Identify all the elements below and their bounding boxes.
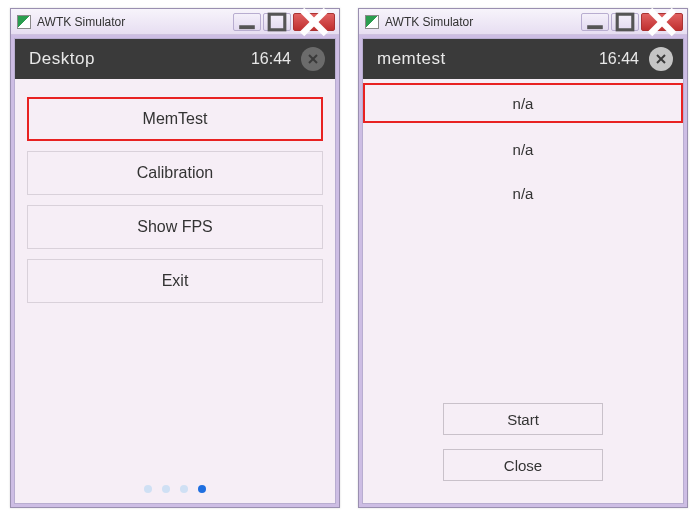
value-label: n/a — [513, 95, 534, 112]
os-close-button[interactable] — [641, 13, 683, 31]
menu-list: MemTest Calibration Show FPS Exit — [15, 79, 335, 303]
button-label: Close — [504, 457, 542, 474]
page-dot[interactable] — [162, 485, 170, 493]
close-button[interactable]: Close — [443, 449, 603, 481]
svg-rect-7 — [617, 14, 633, 30]
start-button[interactable]: Start — [443, 403, 603, 435]
window-controls — [233, 13, 335, 31]
svg-rect-1 — [269, 14, 285, 30]
app-header: memtest 16:44 — [363, 39, 683, 79]
app-close-icon[interactable] — [649, 47, 673, 71]
menu-item-label: MemTest — [143, 110, 208, 128]
minimize-button[interactable] — [581, 13, 609, 31]
app-icon — [17, 15, 31, 29]
value-row: n/a — [363, 129, 683, 169]
app-title: Desktop — [29, 49, 251, 69]
client-area: Desktop 16:44 MemTest Calibration Show F… — [14, 38, 336, 504]
os-title: AWTK Simulator — [37, 15, 233, 29]
page-indicator — [15, 485, 335, 493]
app-time: 16:44 — [599, 50, 639, 68]
app-header: Desktop 16:44 — [15, 39, 335, 79]
window-controls — [581, 13, 683, 31]
maximize-button[interactable] — [263, 13, 291, 31]
os-titlebar[interactable]: AWTK Simulator — [11, 9, 339, 35]
app-title: memtest — [377, 49, 599, 69]
os-close-button[interactable] — [293, 13, 335, 31]
value-label: n/a — [513, 141, 534, 158]
os-titlebar[interactable]: AWTK Simulator — [359, 9, 687, 35]
menu-item-label: Calibration — [137, 164, 213, 182]
minimize-button[interactable] — [233, 13, 261, 31]
os-title: AWTK Simulator — [385, 15, 581, 29]
simulator-window-memtest: AWTK Simulator memtest 16:44 — [358, 8, 688, 508]
page-dot-active[interactable] — [198, 485, 206, 493]
page-dot[interactable] — [180, 485, 188, 493]
client-area: memtest 16:44 n/a n/a n/a Start — [362, 38, 684, 504]
menu-item-label: Show FPS — [137, 218, 213, 236]
menu-item-showfps[interactable]: Show FPS — [27, 205, 323, 249]
maximize-button[interactable] — [611, 13, 639, 31]
value-list: n/a n/a n/a — [363, 79, 683, 213]
button-label: Start — [507, 411, 539, 428]
menu-item-calibration[interactable]: Calibration — [27, 151, 323, 195]
app-icon — [365, 15, 379, 29]
value-row: n/a — [363, 173, 683, 213]
app-close-icon[interactable] — [301, 47, 325, 71]
app-time: 16:44 — [251, 50, 291, 68]
page-dot[interactable] — [144, 485, 152, 493]
value-row: n/a — [363, 83, 683, 123]
menu-item-label: Exit — [162, 272, 189, 290]
menu-item-memtest[interactable]: MemTest — [27, 97, 323, 141]
simulator-window-desktop: AWTK Simulator Desktop 16:44 — [10, 8, 340, 508]
menu-item-exit[interactable]: Exit — [27, 259, 323, 303]
action-buttons: Start Close — [363, 403, 683, 481]
value-label: n/a — [513, 185, 534, 202]
